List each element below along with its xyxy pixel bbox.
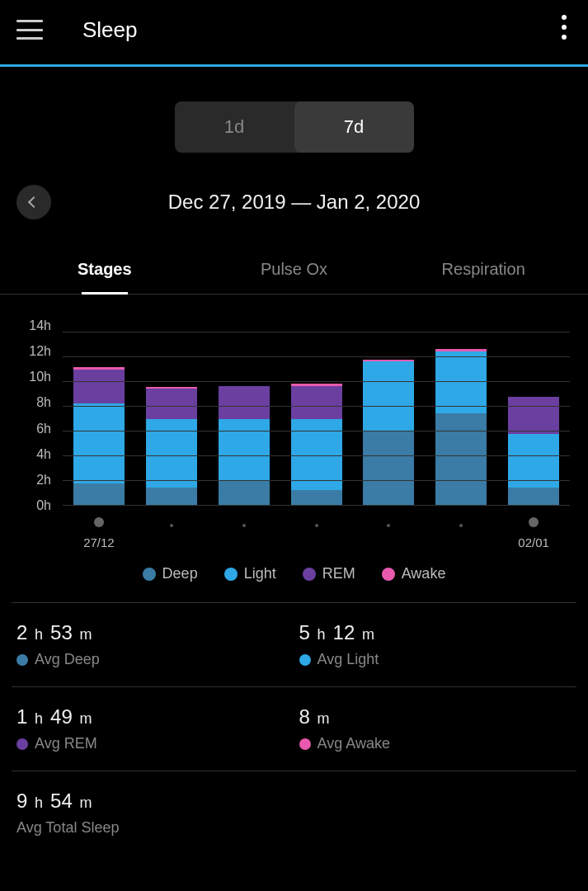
app-header: Sleep — [0, 0, 588, 59]
gridline — [63, 431, 570, 431]
bar-segment-rem — [508, 397, 559, 434]
gridline — [63, 332, 570, 332]
bar-segment-deep — [219, 481, 270, 506]
stat-cell: 1 h 49 m Avg REM — [12, 687, 294, 771]
gridline — [63, 356, 570, 357]
stats-row: 9 h 54 m Avg Total Sleep — [12, 771, 576, 855]
range-option-1d[interactable]: 1d — [175, 101, 294, 153]
bar-segment-light — [219, 419, 270, 481]
bar-segment-light — [435, 351, 487, 413]
legend-label: REM — [322, 565, 355, 582]
x-tick-label — [425, 535, 497, 550]
x-tick: 02/01 — [497, 516, 570, 550]
bar-segment-light — [146, 419, 197, 488]
bar-segment-deep — [291, 490, 342, 507]
legend-swatch-icon — [382, 568, 395, 581]
stat-value: 5 h 12 m — [299, 621, 572, 644]
x-tick-label: 02/01 — [497, 535, 570, 550]
x-tick-dot-icon — [94, 517, 104, 527]
bar-segment-rem — [73, 370, 125, 403]
stat-swatch-icon — [299, 654, 311, 666]
gridline — [63, 505, 570, 506]
bar-segment-deep — [508, 488, 559, 507]
x-tick-dot-icon — [315, 524, 318, 527]
stat-label-row: Avg Light — [299, 651, 572, 668]
header-accent — [0, 64, 588, 67]
gridline — [63, 480, 570, 481]
x-tick-label — [280, 535, 353, 550]
sleep-stages-chart: 14h12h10h8h6h4h2h0h — [18, 332, 570, 506]
bar-segment-light — [508, 434, 559, 488]
x-tick-label: 27/12 — [63, 535, 135, 550]
x-tick — [425, 516, 497, 550]
stats-row: 2 h 53 m Avg Deep5 h 12 m Avg Light — [12, 602, 576, 686]
stacked-bar[interactable] — [508, 397, 559, 506]
stacked-bar[interactable] — [219, 386, 270, 507]
stat-cell: 9 h 54 m Avg Total Sleep — [12, 771, 294, 855]
x-tick-dot-icon — [387, 524, 390, 527]
x-tick-dot-icon — [459, 524, 463, 527]
chevron-left-icon — [28, 196, 40, 208]
stat-swatch-icon — [16, 654, 28, 666]
date-range-label: Dec 27, 2019 — Jan 2, 2020 — [16, 191, 572, 214]
stat-label: Avg REM — [35, 735, 97, 752]
stat-cell: 8 m Avg Awake — [294, 687, 577, 771]
x-tick — [352, 516, 425, 550]
x-tick-label — [135, 535, 208, 550]
stat-value: 2 h 53 m — [16, 621, 289, 644]
stat-label-row: Avg Awake — [299, 735, 572, 752]
legend-item-light: Light — [224, 565, 276, 582]
stat-cell: 2 h 53 m Avg Deep — [12, 603, 294, 686]
stat-cell — [294, 771, 577, 855]
page-title: Sleep — [82, 17, 138, 43]
tab-stages[interactable]: Stages — [10, 260, 200, 294]
legend-swatch-icon — [143, 568, 156, 581]
bar-segment-light — [73, 403, 125, 484]
more-options-icon[interactable] — [562, 15, 567, 40]
previous-range-button[interactable] — [16, 185, 51, 219]
stacked-bar[interactable] — [291, 384, 342, 507]
stat-label: Avg Deep — [35, 651, 100, 668]
stacked-bar[interactable] — [146, 387, 197, 506]
legend-item-awake: Awake — [382, 565, 446, 582]
chart-legend: DeepLightREMAwake — [0, 565, 588, 582]
tab-pulse-ox[interactable]: Pulse Ox — [200, 260, 389, 294]
stat-swatch-icon — [299, 738, 311, 750]
stacked-bar[interactable] — [73, 367, 125, 506]
range-option-7d[interactable]: 7d — [294, 101, 414, 153]
x-tick-dot-icon — [170, 524, 173, 527]
x-tick — [135, 516, 208, 550]
stat-label: Avg Total Sleep — [16, 819, 119, 837]
legend-item-deep: Deep — [143, 565, 198, 582]
x-tick — [280, 516, 353, 550]
legend-swatch-icon — [303, 568, 316, 581]
bar-segment-deep — [73, 483, 125, 506]
stat-cell: 5 h 12 m Avg Light — [294, 603, 577, 686]
bar-segment-rem — [219, 386, 270, 420]
date-range-row: Dec 27, 2019 — Jan 2, 2020 — [16, 191, 572, 214]
sleep-averages: 2 h 53 m Avg Deep5 h 12 m Avg Light1 h 4… — [12, 602, 576, 855]
legend-swatch-icon — [224, 568, 238, 581]
bar-segment-rem — [291, 386, 342, 420]
menu-icon[interactable] — [16, 20, 43, 40]
bar-segment-rem — [146, 389, 197, 420]
x-tick: 27/12 — [63, 516, 135, 550]
bar-segment-light — [291, 419, 342, 490]
section-tabs: StagesPulse OxRespiration — [0, 260, 588, 295]
stat-value: 8 m — [299, 705, 572, 728]
bar-segment-deep — [146, 488, 197, 507]
tab-respiration[interactable]: Respiration — [388, 260, 578, 294]
stat-swatch-icon — [16, 738, 28, 750]
stat-label-row: Avg REM — [16, 735, 289, 752]
legend-label: Light — [244, 565, 276, 582]
x-tick-label — [352, 535, 425, 550]
stat-label: Avg Awake — [318, 735, 390, 752]
x-tick-label — [208, 535, 280, 550]
gridline — [63, 381, 570, 382]
gridline — [63, 406, 570, 407]
stat-label: Avg Light — [318, 651, 379, 668]
stacked-bar[interactable] — [435, 349, 487, 507]
stat-label-row: Avg Total Sleep — [16, 819, 289, 837]
stat-value: 9 h 54 m — [16, 790, 289, 813]
time-range-toggle: 1d7d — [0, 101, 588, 153]
